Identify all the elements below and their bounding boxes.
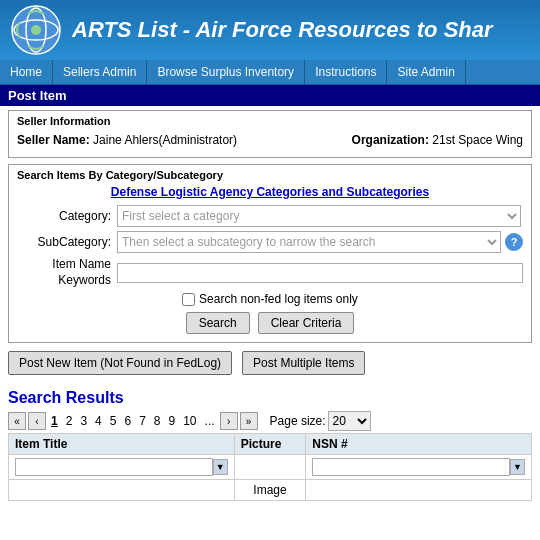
pagination-bar: « ‹ 1 2 3 4 5 6 7 8 9 10 ... › » Page si…: [0, 409, 540, 433]
nonfedlog-checkbox[interactable]: [182, 293, 195, 306]
seller-info-legend: Seller Information: [13, 115, 523, 127]
main-content: Post Item Seller Information Seller Name…: [0, 85, 540, 501]
app-title: ARTS List - Air Force Resources to Shar: [72, 17, 493, 43]
nsn-filter-button[interactable]: ▼: [510, 459, 525, 475]
nav-site-admin[interactable]: Site Admin: [387, 60, 465, 84]
nav-sellers-admin[interactable]: Sellers Admin: [53, 60, 147, 84]
col-item-title: Item Title: [9, 434, 235, 455]
next-page-button[interactable]: ›: [220, 412, 238, 430]
nsn-filter-input[interactable]: [312, 458, 510, 476]
page-4[interactable]: 4: [92, 413, 105, 429]
page-ellipsis: ...: [202, 413, 218, 429]
picture-filter-cell: [234, 455, 306, 480]
seller-info-box: Seller Information Seller Name: Jaine Ah…: [8, 110, 532, 158]
search-category-legend: Search Items By Category/Subcategory: [13, 169, 523, 181]
post-item-title-bar: Post Item: [0, 85, 540, 106]
page-3[interactable]: 3: [77, 413, 90, 429]
page-9[interactable]: 9: [166, 413, 179, 429]
nsn-filter-cell: ▼: [306, 455, 532, 480]
subcategory-label: SubCategory:: [17, 235, 117, 249]
col-picture: Picture: [234, 434, 306, 455]
prev-page-button[interactable]: ‹: [28, 412, 46, 430]
category-select[interactable]: First select a category: [117, 205, 521, 227]
dla-categories-link[interactable]: Defense Logistic Agency Categories and S…: [17, 185, 523, 199]
subcategory-select[interactable]: Then select a subcategory to narrow the …: [117, 231, 501, 253]
svg-point-3: [31, 25, 41, 35]
results-table: Item Title Picture NSN # ▼: [8, 433, 532, 501]
seller-name-display: Seller Name: Jaine Ahlers(Administrator): [17, 133, 237, 147]
page-size-select[interactable]: 20 10 50 100: [328, 411, 371, 431]
help-icon[interactable]: ?: [505, 233, 523, 251]
page-7[interactable]: 7: [136, 413, 149, 429]
page-2[interactable]: 2: [63, 413, 76, 429]
search-button[interactable]: Search: [186, 312, 250, 334]
org-display: Organization: 21st Space Wing: [352, 133, 523, 147]
header: ARTS List - Air Force Resources to Shar …: [0, 0, 540, 85]
nsn-cell: [306, 480, 532, 501]
first-page-button[interactable]: «: [8, 412, 26, 430]
post-multiple-items-button[interactable]: Post Multiple Items: [242, 351, 365, 375]
keywords-label: Item NameKeywords: [17, 257, 117, 288]
page-10[interactable]: 10: [180, 413, 199, 429]
item-title-filter-button[interactable]: ▼: [213, 459, 228, 475]
clear-criteria-button[interactable]: Clear Criteria: [258, 312, 355, 334]
keywords-input[interactable]: [117, 263, 523, 283]
col-nsn: NSN #: [306, 434, 532, 455]
nav-home[interactable]: Home: [0, 60, 53, 84]
item-title-filter-input[interactable]: [15, 458, 213, 476]
item-title-filter-cell: ▼: [9, 455, 235, 480]
nav-instructions[interactable]: Instructions: [305, 60, 387, 84]
nav-browse-surplus[interactable]: Browse Surplus Inventory: [147, 60, 305, 84]
nonfedlog-label: Search non-fed log items only: [199, 292, 358, 306]
last-page-button[interactable]: »: [240, 412, 258, 430]
page-8[interactable]: 8: [151, 413, 164, 429]
arts-logo: [10, 4, 62, 56]
category-label: Category:: [17, 209, 117, 223]
search-category-box: Search Items By Category/Subcategory Def…: [8, 164, 532, 343]
page-1[interactable]: 1: [48, 413, 61, 429]
search-results-title: Search Results: [0, 383, 540, 409]
item-title-cell: [9, 480, 235, 501]
page-size-label: Page size:: [270, 414, 326, 428]
post-new-item-button[interactable]: Post New Item (Not Found in FedLog): [8, 351, 232, 375]
image-cell: Image: [234, 480, 306, 501]
page-6[interactable]: 6: [121, 413, 134, 429]
page-5[interactable]: 5: [107, 413, 120, 429]
post-buttons-row: Post New Item (Not Found in FedLog) Post…: [8, 351, 532, 375]
main-nav: Home Sellers Admin Browse Surplus Invent…: [0, 60, 540, 85]
